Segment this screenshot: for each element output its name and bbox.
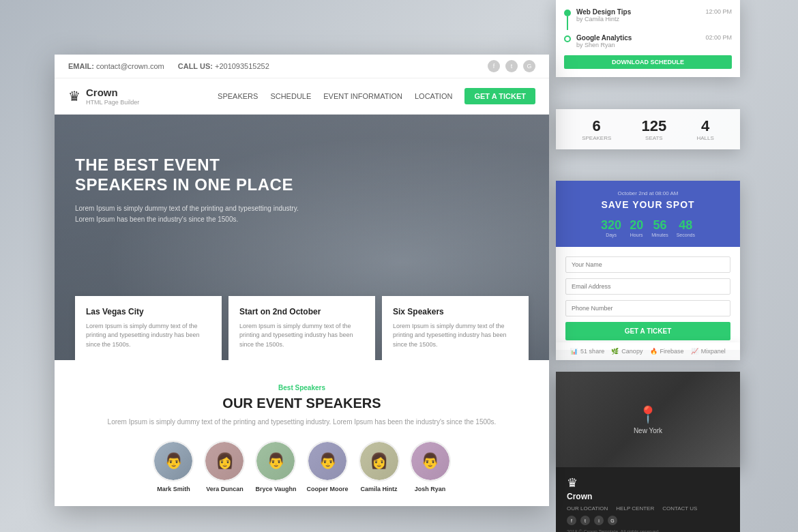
- navbar: ♛ Crown HTML Page Builder SPEAKERS SCHED…: [55, 78, 549, 115]
- schedule-time-2: 02:00 PM: [705, 34, 732, 41]
- schedule-title-1: Web Design Tips: [576, 8, 631, 16]
- schedule-timeline-1: [564, 8, 571, 27]
- crown-icon: ♛: [68, 88, 80, 104]
- speakers-section-title: OUR EVENT SPEAKERS: [75, 396, 529, 411]
- footer-instagram-icon[interactable]: i: [594, 516, 604, 525]
- footer-link-3[interactable]: CONTACT US: [662, 505, 697, 512]
- countdown-minutes-label: Minutes: [651, 233, 668, 237]
- speakers-section-desc: Lorem Ipsum is simply dummy text of the …: [75, 417, 529, 427]
- countdown-hours: 20 Hours: [630, 218, 643, 237]
- countdown-hours-num: 20: [630, 218, 643, 233]
- nav-speakers[interactable]: SPEAKERS: [218, 92, 258, 100]
- schedule-time-1: 12:00 PM: [705, 8, 732, 15]
- speakers-row: 👨 Mark Smith 👩 Vera Duncan 👨 Bryce Vaugh…: [75, 441, 529, 492]
- share-item-2: 🌿 Canopy: [611, 348, 642, 355]
- info-card-1-text: Lorem Ipsum is simply dummy text of the …: [86, 322, 211, 350]
- logo-text-block: Crown HTML Page Builder: [86, 87, 139, 106]
- share-icon-2: 🌿: [611, 348, 619, 355]
- top-bar: EMAIL: contact@crown.com CALL US: +20109…: [55, 55, 549, 78]
- schedule-info-1: Web Design Tips by Camila Hintz: [576, 8, 631, 23]
- top-bar-left: EMAIL: contact@crown.com CALL US: +20109…: [68, 62, 269, 70]
- share-item-3: 🔥 Firebase: [650, 348, 684, 355]
- nav-event-info[interactable]: EVENT INFORMATION: [323, 92, 402, 100]
- main-website-mockup: EMAIL: contact@crown.com CALL US: +20109…: [55, 55, 549, 506]
- speaker-cooper-moore: 👨 Cooper Moore: [307, 441, 349, 492]
- schedule-connector-1: [567, 16, 568, 30]
- speaker-camila-hintz: 👩 Camila Hintz: [359, 441, 400, 492]
- twitter-icon[interactable]: t: [505, 60, 518, 72]
- reg-name-input[interactable]: [565, 256, 730, 273]
- social-icons: f t G: [488, 60, 535, 72]
- schedule-item-1: Web Design Tips by Camila Hintz 12:00 PM: [564, 8, 732, 27]
- stat-halls: 4 HALLS: [696, 117, 713, 141]
- stat-halls-label: HALLS: [696, 135, 713, 141]
- speaker-avatar-1: 👨: [153, 441, 194, 482]
- stats-panel: 6 SPEAKERS 125 SEATS 4 HALLS: [556, 109, 740, 149]
- footer-twitter-icon[interactable]: t: [580, 516, 590, 525]
- speaker-name-5: Camila Hintz: [361, 486, 398, 492]
- schedule-item-2: Google Analytics by Shen Ryan 02:00 PM: [564, 34, 732, 48]
- registration-panel: October 2nd at 08:00 AM SAVE YOUR SPOT 3…: [556, 181, 740, 350]
- info-card-3-title: Six Speakers: [393, 307, 518, 316]
- countdown-seconds-label: Seconds: [677, 233, 695, 237]
- speaker-avatar-2: 👩: [204, 441, 245, 482]
- schedule-by-1: by Camila Hintz: [576, 16, 631, 23]
- speaker-avatar-5: 👩: [359, 441, 400, 482]
- reg-title: SAVE YOUR SPOT: [563, 199, 733, 210]
- share-row: 📊 51 share 🌿 Canopy 🔥 Firebase 📈 Mixpane…: [556, 342, 740, 360]
- countdown-days-label: Days: [601, 233, 621, 237]
- schedule-dot-2: [564, 35, 571, 42]
- reg-phone-input[interactable]: [565, 300, 730, 316]
- countdown-minutes-num: 56: [651, 218, 668, 233]
- hero-title: THE BEST EVENT SPEAKERS IN ONE PLACE: [75, 156, 314, 195]
- download-schedule-button[interactable]: DOWNLOAD SCHEDULE: [564, 55, 732, 69]
- stat-seats-label: SEATS: [642, 135, 667, 141]
- email-info: EMAIL: contact@crown.com: [68, 62, 164, 70]
- schedule-info-2: Google Analytics by Shen Ryan: [576, 34, 632, 48]
- speaker-photo-3: 👨: [256, 442, 295, 480]
- reg-email-input[interactable]: [565, 278, 730, 295]
- phone-info: CALL US: +201093515252: [178, 62, 269, 70]
- stat-halls-num: 4: [696, 117, 713, 135]
- footer-socials: f t i G: [567, 516, 729, 525]
- speaker-photo-2: 👩: [205, 442, 243, 480]
- reg-form: GET A TICKET: [556, 247, 740, 350]
- footer-link-2[interactable]: HELP CENTER: [616, 505, 654, 512]
- hero-section: THE BEST EVENT SPEAKERS IN ONE PLACE Lor…: [55, 115, 549, 360]
- stat-speakers: 6 SPEAKERS: [582, 117, 611, 141]
- footer-links: OUR LOCATION HELP CENTER CONTACT US: [567, 505, 729, 512]
- countdown-days-num: 320: [601, 218, 621, 233]
- footer-link-1[interactable]: OUR LOCATION: [567, 505, 608, 512]
- map-content: 📍 New York: [634, 405, 662, 434]
- countdown-minutes: 56 Minutes: [651, 218, 668, 237]
- footer-google-icon[interactable]: G: [608, 516, 617, 525]
- nav-location[interactable]: LOCATION: [415, 92, 452, 100]
- schedule-by-2: by Shen Ryan: [576, 42, 632, 48]
- speakers-section-label: Best Speakers: [75, 384, 529, 391]
- reg-header: October 2nd at 08:00 AM SAVE YOUR SPOT 3…: [556, 181, 740, 247]
- speakers-section: Best Speakers OUR EVENT SPEAKERS Lorem I…: [55, 360, 549, 506]
- speaker-avatar-4: 👨: [307, 441, 348, 482]
- facebook-icon[interactable]: f: [488, 60, 500, 72]
- get-ticket-button[interactable]: GET A TICKET: [464, 88, 535, 104]
- share-icon-1: 📊: [570, 348, 578, 355]
- info-card-2-text: Lorem Ipsum is simply dummy text of the …: [239, 322, 364, 350]
- hero-content: THE BEST EVENT SPEAKERS IN ONE PLACE Lor…: [75, 156, 314, 225]
- map-panel: 📍 New York: [556, 372, 740, 467]
- speaker-photo-6: 👨: [411, 442, 449, 480]
- footer-facebook-icon[interactable]: f: [567, 516, 576, 525]
- google-icon[interactable]: G: [523, 60, 535, 72]
- logo: ♛ Crown HTML Page Builder: [68, 87, 139, 106]
- speaker-vera-duncan: 👩 Vera Duncan: [204, 441, 245, 492]
- info-card-2-title: Start on 2nd October: [239, 307, 364, 316]
- info-card-speakers: Six Speakers Lorem Ipsum is simply dummy…: [382, 296, 529, 361]
- schedule-title-2: Google Analytics: [576, 34, 632, 42]
- reg-submit-button[interactable]: GET A TICKET: [565, 322, 730, 340]
- footer-crown-icon: ♛: [567, 475, 729, 490]
- reg-date: October 2nd at 08:00 AM: [563, 190, 733, 196]
- schedule-dot-1: [564, 10, 571, 16]
- info-card-1-title: Las Vegas City: [86, 307, 211, 316]
- nav-schedule[interactable]: SCHEDULE: [270, 92, 311, 100]
- footer-panel: ♛ Crown OUR LOCATION HELP CENTER CONTACT…: [556, 467, 740, 532]
- share-icon-3: 🔥: [650, 348, 657, 355]
